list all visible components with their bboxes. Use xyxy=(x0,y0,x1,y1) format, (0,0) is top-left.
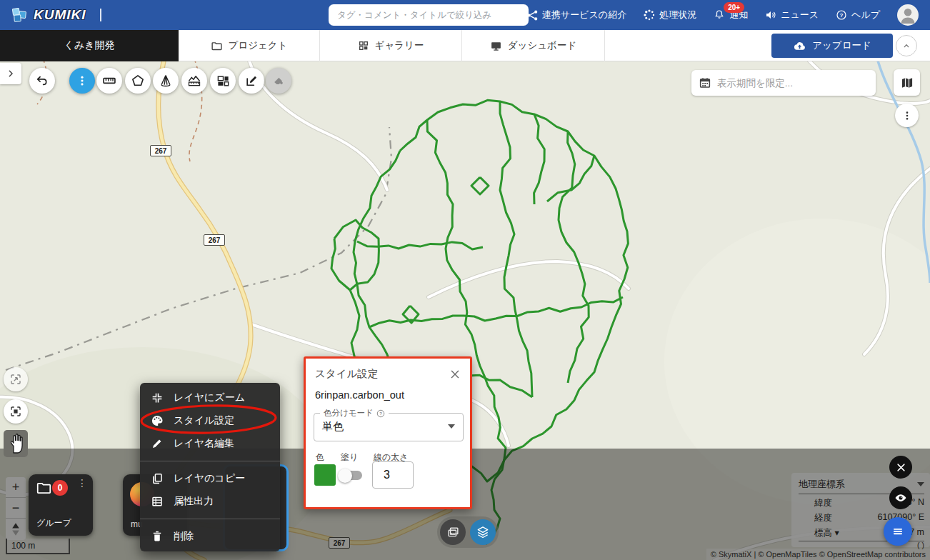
elevation-profile-button[interactable] xyxy=(181,68,207,94)
search-input[interactable] xyxy=(329,10,529,20)
more-tools-button[interactable] xyxy=(69,68,95,94)
color-mode-value: 単色 xyxy=(322,420,344,434)
layout-icon xyxy=(216,74,230,88)
help-circle-icon[interactable]: ? xyxy=(376,409,385,418)
tab-kumiki-dev[interactable]: くみき開発 xyxy=(0,30,179,61)
menu-item-zoom-to-layer[interactable]: レイヤにズーム xyxy=(140,386,280,409)
date-range-input[interactable] xyxy=(717,78,867,89)
menu-item-delete-layer[interactable]: 削除 xyxy=(140,525,280,548)
toggle-knob xyxy=(338,469,352,483)
imagery-basemap-button[interactable] xyxy=(440,519,466,545)
notification-badge: 20+ xyxy=(724,2,744,13)
close-icon[interactable] xyxy=(449,369,461,380)
basemap-style-button[interactable] xyxy=(894,69,920,96)
undo-button[interactable] xyxy=(29,68,55,94)
layout-button[interactable] xyxy=(210,68,236,94)
nav-item-news[interactable]: ニュース xyxy=(765,9,819,21)
gallery-grid-icon xyxy=(358,40,369,51)
zoom-to-extent-button-disabled xyxy=(4,367,28,391)
nav-item-help[interactable]: ? ヘルプ xyxy=(836,9,880,21)
edit-button[interactable] xyxy=(239,68,264,94)
collapse-header-button[interactable] xyxy=(896,35,917,56)
kumiki-logo[interactable]: KUMIKI xyxy=(10,6,101,24)
app-window: 267 267 267 KUMIKI 連携サービスの紹介 xyxy=(0,0,930,560)
measure-ruler-button[interactable] xyxy=(96,68,122,94)
basemap-switcher-pill xyxy=(437,516,499,548)
menu-item-export-attributes[interactable]: 属性出力 xyxy=(140,490,280,513)
folder-icon xyxy=(211,40,223,52)
eraser-icon xyxy=(271,74,286,88)
svg-text:?: ? xyxy=(840,12,844,19)
cone-volume-icon xyxy=(159,74,173,88)
panel-menu-button[interactable] xyxy=(884,517,912,546)
nav-item-partner-services[interactable]: 連携サービスの紹介 xyxy=(527,9,626,21)
palette-icon xyxy=(151,414,164,427)
menu-divider xyxy=(140,461,280,461)
tab-dashboard[interactable]: ダッシュボード xyxy=(462,30,605,61)
layer-menu-dots-icon[interactable]: ⋮ xyxy=(77,481,87,485)
photos-icon xyxy=(446,526,460,539)
menu-label: 属性出力 xyxy=(174,495,214,508)
menu-label: レイヤにズーム xyxy=(174,391,245,404)
news-speaker-icon xyxy=(765,9,776,21)
copy-icon xyxy=(151,472,164,485)
color-label: 色 xyxy=(316,451,324,464)
menu-item-copy-layer[interactable]: レイヤのコピー xyxy=(140,467,280,490)
color-mode-select[interactable]: 色分けモード ? 単色 xyxy=(314,413,464,441)
elevation-profile-icon xyxy=(187,74,201,88)
pencil-icon xyxy=(151,437,164,450)
line-width-input[interactable] xyxy=(372,461,414,489)
user-avatar[interactable] xyxy=(897,4,919,26)
tab-gallery[interactable]: ギャラリー xyxy=(320,30,462,61)
date-range-filter xyxy=(691,70,876,96)
road-shield: 267 xyxy=(204,234,225,246)
menu-item-style-settings[interactable]: スタイル設定 xyxy=(140,409,280,432)
menu-label: スタイル設定 xyxy=(174,414,234,427)
chevron-right-icon xyxy=(5,68,16,79)
layers-button[interactable] xyxy=(470,519,496,545)
layer-card-label: グループ xyxy=(36,517,71,529)
chevron-up-icon xyxy=(901,40,912,51)
more-dots-icon xyxy=(76,74,89,87)
person-icon xyxy=(897,4,919,26)
upload-label: アップロード xyxy=(812,39,871,52)
nav-item-notifications[interactable]: 通知 20+ xyxy=(714,9,748,21)
layer-card-group[interactable]: 0 ⋮ グループ xyxy=(29,474,93,536)
fit-selection-button[interactable] xyxy=(4,399,28,424)
menu-item-rename-layer[interactable]: レイヤ名編集 xyxy=(140,432,280,455)
tab-projects[interactable]: プロジェクト xyxy=(179,30,320,61)
close-icon xyxy=(896,462,906,473)
logo-text: KUMIKI xyxy=(34,7,86,23)
dashboard-monitor-icon xyxy=(490,40,502,52)
zoom-to-layer-icon xyxy=(151,391,164,404)
kumiki-cube-icon xyxy=(10,6,29,24)
close-panel-button[interactable] xyxy=(889,456,912,479)
undo-icon xyxy=(35,74,49,88)
pan-tool-button[interactable] xyxy=(4,430,28,457)
bell-icon xyxy=(714,9,725,21)
draw-polygon-button[interactable] xyxy=(125,68,151,94)
tab-label: ダッシュボード xyxy=(508,39,576,52)
svg-text:?: ? xyxy=(379,411,382,416)
folder-icon xyxy=(36,481,51,494)
share-icon xyxy=(527,10,538,21)
cloud-upload-icon xyxy=(793,39,806,53)
more-dots-icon xyxy=(901,110,913,121)
dialog-layer-name: 6rinpan.carbon_out xyxy=(306,385,470,401)
calendar-icon xyxy=(699,76,711,89)
upload-button[interactable]: アップロード xyxy=(771,34,893,58)
panel-expand-button[interactable] xyxy=(0,63,21,84)
fit-frame-icon xyxy=(9,405,22,418)
fill-toggle-off[interactable] xyxy=(341,471,362,480)
visibility-button[interactable] xyxy=(889,486,912,509)
nav-item-process-status[interactable]: 処理状況 xyxy=(644,9,696,21)
line-color-swatch[interactable] xyxy=(314,464,336,486)
map-more-options-button[interactable] xyxy=(895,104,919,127)
fold-map-icon xyxy=(900,76,914,90)
menu-label: 削除 xyxy=(174,530,194,543)
menu-label: レイヤのコピー xyxy=(174,472,245,485)
hamburger-icon xyxy=(891,525,904,538)
volume-cone-button[interactable] xyxy=(153,68,179,94)
nav-label: 連携サービスの紹介 xyxy=(542,9,626,21)
style-settings-dialog: スタイル設定 6rinpan.carbon_out 色分けモード ? 単色 色 … xyxy=(304,356,472,509)
